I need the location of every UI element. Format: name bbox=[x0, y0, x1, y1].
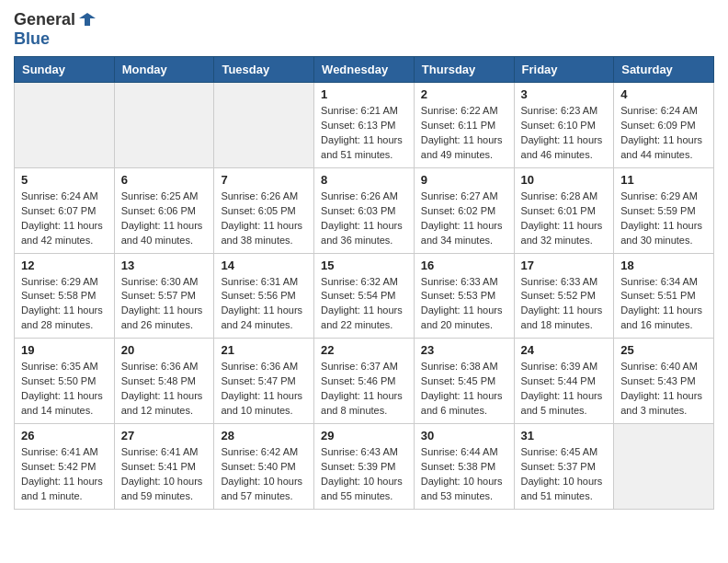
day-info: Sunrise: 6:39 AM Sunset: 5:44 PM Dayligh… bbox=[521, 360, 608, 419]
calendar-header-row: SundayMondayTuesdayWednesdayThursdayFrid… bbox=[15, 57, 714, 83]
day-number: 31 bbox=[521, 429, 608, 442]
day-info: Sunrise: 6:25 AM Sunset: 6:06 PM Dayligh… bbox=[121, 190, 208, 248]
day-number: 20 bbox=[121, 343, 208, 357]
calendar-cell: 16Sunrise: 6:33 AM Sunset: 5:53 PM Dayli… bbox=[414, 253, 514, 339]
day-info: Sunrise: 6:26 AM Sunset: 6:03 PM Dayligh… bbox=[321, 190, 407, 248]
day-info: Sunrise: 6:24 AM Sunset: 6:07 PM Dayligh… bbox=[21, 190, 108, 248]
logo: General Blue bbox=[14, 9, 97, 49]
calendar-cell: 10Sunrise: 6:28 AM Sunset: 6:01 PM Dayli… bbox=[514, 167, 614, 253]
day-info: Sunrise: 6:41 AM Sunset: 5:41 PM Dayligh… bbox=[121, 445, 208, 504]
day-number: 7 bbox=[221, 173, 307, 187]
day-number: 16 bbox=[421, 259, 507, 272]
day-number: 11 bbox=[620, 173, 707, 187]
day-number: 26 bbox=[21, 429, 108, 442]
day-info: Sunrise: 6:41 AM Sunset: 5:42 PM Dayligh… bbox=[21, 445, 108, 504]
header: General Blue bbox=[14, 9, 714, 49]
day-number: 25 bbox=[620, 343, 707, 357]
calendar-cell: 18Sunrise: 6:34 AM Sunset: 5:51 PM Dayli… bbox=[614, 253, 714, 339]
logo-general-text: General bbox=[14, 10, 75, 29]
day-info: Sunrise: 6:31 AM Sunset: 5:56 PM Dayligh… bbox=[221, 275, 307, 334]
day-info: Sunrise: 6:35 AM Sunset: 5:50 PM Dayligh… bbox=[21, 360, 108, 419]
calendar-cell: 17Sunrise: 6:33 AM Sunset: 5:52 PM Dayli… bbox=[514, 253, 614, 339]
day-number: 13 bbox=[121, 259, 208, 272]
svg-marker-0 bbox=[79, 13, 96, 26]
day-number: 19 bbox=[21, 343, 108, 357]
day-number: 8 bbox=[321, 173, 407, 187]
calendar-cell: 24Sunrise: 6:39 AM Sunset: 5:44 PM Dayli… bbox=[514, 339, 614, 424]
calendar-cell: 11Sunrise: 6:29 AM Sunset: 5:59 PM Dayli… bbox=[614, 167, 714, 253]
calendar-cell: 21Sunrise: 6:36 AM Sunset: 5:47 PM Dayli… bbox=[214, 339, 314, 424]
day-info: Sunrise: 6:21 AM Sunset: 6:13 PM Dayligh… bbox=[321, 104, 407, 163]
calendar-cell: 26Sunrise: 6:41 AM Sunset: 5:42 PM Dayli… bbox=[15, 424, 115, 510]
calendar-cell: 14Sunrise: 6:31 AM Sunset: 5:56 PM Dayli… bbox=[214, 253, 314, 339]
day-number: 1 bbox=[321, 87, 407, 101]
day-number: 6 bbox=[121, 173, 208, 187]
day-number: 28 bbox=[221, 429, 307, 442]
day-info: Sunrise: 6:32 AM Sunset: 5:54 PM Dayligh… bbox=[321, 275, 407, 334]
calendar-cell: 22Sunrise: 6:37 AM Sunset: 5:46 PM Dayli… bbox=[314, 339, 415, 424]
day-info: Sunrise: 6:36 AM Sunset: 5:48 PM Dayligh… bbox=[121, 360, 208, 419]
calendar-cell: 29Sunrise: 6:43 AM Sunset: 5:39 PM Dayli… bbox=[314, 424, 415, 510]
day-number: 30 bbox=[421, 429, 507, 442]
day-info: Sunrise: 6:29 AM Sunset: 5:58 PM Dayligh… bbox=[21, 275, 108, 334]
logo-blue-text: Blue bbox=[14, 29, 50, 48]
day-info: Sunrise: 6:40 AM Sunset: 5:43 PM Dayligh… bbox=[620, 360, 707, 419]
calendar-header-monday: Monday bbox=[114, 57, 214, 83]
day-info: Sunrise: 6:43 AM Sunset: 5:39 PM Dayligh… bbox=[321, 445, 407, 504]
day-number: 4 bbox=[620, 87, 707, 101]
day-info: Sunrise: 6:38 AM Sunset: 5:45 PM Dayligh… bbox=[421, 360, 507, 419]
day-info: Sunrise: 6:27 AM Sunset: 6:02 PM Dayligh… bbox=[421, 190, 507, 248]
calendar-cell: 28Sunrise: 6:42 AM Sunset: 5:40 PM Dayli… bbox=[214, 424, 314, 510]
calendar-cell bbox=[614, 424, 714, 510]
day-number: 21 bbox=[221, 343, 307, 357]
day-number: 3 bbox=[521, 87, 608, 101]
day-number: 5 bbox=[21, 173, 108, 187]
calendar-week-row: 26Sunrise: 6:41 AM Sunset: 5:42 PM Dayli… bbox=[15, 424, 714, 510]
logo-bird-icon bbox=[77, 9, 97, 29]
day-number: 10 bbox=[521, 173, 608, 187]
calendar-cell: 13Sunrise: 6:30 AM Sunset: 5:57 PM Dayli… bbox=[114, 253, 214, 339]
calendar-header-saturday: Saturday bbox=[614, 57, 714, 83]
day-number: 14 bbox=[221, 259, 307, 272]
calendar-cell: 30Sunrise: 6:44 AM Sunset: 5:38 PM Dayli… bbox=[414, 424, 514, 510]
calendar-week-row: 5Sunrise: 6:24 AM Sunset: 6:07 PM Daylig… bbox=[15, 167, 714, 253]
day-number: 12 bbox=[21, 259, 108, 272]
calendar-header-sunday: Sunday bbox=[15, 57, 115, 83]
calendar-header-wednesday: Wednesday bbox=[314, 57, 415, 83]
day-info: Sunrise: 6:24 AM Sunset: 6:09 PM Dayligh… bbox=[620, 104, 707, 163]
day-info: Sunrise: 6:33 AM Sunset: 5:52 PM Dayligh… bbox=[521, 275, 608, 334]
day-info: Sunrise: 6:45 AM Sunset: 5:37 PM Dayligh… bbox=[521, 445, 608, 504]
day-number: 22 bbox=[321, 343, 407, 357]
day-number: 24 bbox=[521, 343, 608, 357]
day-number: 23 bbox=[421, 343, 507, 357]
calendar-cell: 23Sunrise: 6:38 AM Sunset: 5:45 PM Dayli… bbox=[414, 339, 514, 424]
calendar-cell bbox=[114, 83, 214, 168]
calendar-cell: 7Sunrise: 6:26 AM Sunset: 6:05 PM Daylig… bbox=[214, 167, 314, 253]
day-info: Sunrise: 6:42 AM Sunset: 5:40 PM Dayligh… bbox=[221, 445, 307, 504]
calendar-header-thursday: Thursday bbox=[414, 57, 514, 83]
day-info: Sunrise: 6:22 AM Sunset: 6:11 PM Dayligh… bbox=[421, 104, 507, 163]
calendar-week-row: 1Sunrise: 6:21 AM Sunset: 6:13 PM Daylig… bbox=[15, 83, 714, 168]
calendar-cell: 20Sunrise: 6:36 AM Sunset: 5:48 PM Dayli… bbox=[114, 339, 214, 424]
calendar-week-row: 19Sunrise: 6:35 AM Sunset: 5:50 PM Dayli… bbox=[15, 339, 714, 424]
day-number: 17 bbox=[521, 259, 608, 272]
calendar-cell: 12Sunrise: 6:29 AM Sunset: 5:58 PM Dayli… bbox=[15, 253, 115, 339]
day-info: Sunrise: 6:36 AM Sunset: 5:47 PM Dayligh… bbox=[221, 360, 307, 419]
day-info: Sunrise: 6:44 AM Sunset: 5:38 PM Dayligh… bbox=[421, 445, 507, 504]
calendar-cell: 19Sunrise: 6:35 AM Sunset: 5:50 PM Dayli… bbox=[15, 339, 115, 424]
calendar-cell: 2Sunrise: 6:22 AM Sunset: 6:11 PM Daylig… bbox=[414, 83, 514, 168]
calendar-cell: 4Sunrise: 6:24 AM Sunset: 6:09 PM Daylig… bbox=[614, 83, 714, 168]
calendar-cell: 1Sunrise: 6:21 AM Sunset: 6:13 PM Daylig… bbox=[314, 83, 415, 168]
calendar-cell: 31Sunrise: 6:45 AM Sunset: 5:37 PM Dayli… bbox=[514, 424, 614, 510]
day-info: Sunrise: 6:23 AM Sunset: 6:10 PM Dayligh… bbox=[521, 104, 608, 163]
calendar-cell: 8Sunrise: 6:26 AM Sunset: 6:03 PM Daylig… bbox=[314, 167, 415, 253]
calendar-header-friday: Friday bbox=[514, 57, 614, 83]
calendar-cell: 27Sunrise: 6:41 AM Sunset: 5:41 PM Dayli… bbox=[114, 424, 214, 510]
calendar-cell: 25Sunrise: 6:40 AM Sunset: 5:43 PM Dayli… bbox=[614, 339, 714, 424]
day-number: 27 bbox=[121, 429, 208, 442]
calendar-cell bbox=[15, 83, 115, 168]
calendar-table: SundayMondayTuesdayWednesdayThursdayFrid… bbox=[14, 56, 714, 510]
calendar-cell: 9Sunrise: 6:27 AM Sunset: 6:02 PM Daylig… bbox=[414, 167, 514, 253]
calendar-header-tuesday: Tuesday bbox=[214, 57, 314, 83]
day-info: Sunrise: 6:26 AM Sunset: 6:05 PM Dayligh… bbox=[221, 190, 307, 248]
